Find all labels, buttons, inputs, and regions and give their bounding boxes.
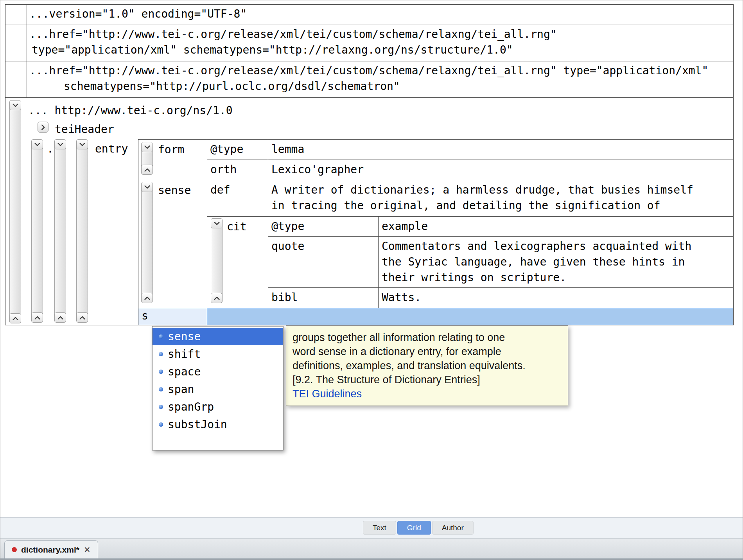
cit-collapse-bar[interactable] (211, 218, 223, 303)
text-mode-button[interactable]: Text (363, 521, 396, 535)
relaxng-pi-cell[interactable]: ...href="http://www.tei-c.org/release/xm… (27, 25, 733, 61)
sense-element-cell[interactable]: sense (138, 180, 207, 308)
element-autocomplete-popup: sense shift space span spanGrp substJoin (152, 326, 284, 451)
form-type-value-cell[interactable]: lemma (268, 139, 733, 160)
def-value-cell[interactable]: A writer of dictionaries; a harmless dru… (268, 180, 733, 216)
row-selection[interactable] (207, 308, 733, 325)
chevron-down-icon[interactable] (76, 139, 88, 149)
sense-collapse-bar[interactable] (141, 182, 153, 303)
autocomplete-item[interactable]: substJoin (153, 416, 283, 433)
bibl-key-cell[interactable]: bibl (268, 287, 378, 308)
form-type-attr-cell[interactable]: @type (207, 139, 268, 160)
form-collapse-bar[interactable] (141, 142, 153, 175)
tei-guidelines-link[interactable]: TEI Guidelines (293, 387, 562, 401)
row-gutter (5, 25, 27, 61)
autocomplete-item-label: substJoin (168, 416, 227, 433)
chevron-down-icon[interactable] (31, 139, 43, 149)
file-tab-dictionary-xml[interactable]: dictionary.xml* ✕ (4, 540, 98, 558)
status-strip (0, 558, 743, 560)
teiheader-label[interactable]: teiHeader (55, 123, 114, 136)
xml-editor-window: ...version="1.0" encoding="UTF-8" ...hre… (0, 0, 743, 560)
form-element-cell[interactable]: form (138, 139, 207, 180)
editor-mode-band: Text Grid Author (0, 517, 743, 538)
def-key-cell[interactable]: def (207, 180, 268, 216)
chevron-down-icon[interactable] (54, 139, 66, 149)
modified-indicator-icon (12, 547, 17, 552)
cit-element-cell[interactable]: cit (207, 216, 268, 308)
def-value-text: A writer of dictionaries; a harmless dru… (271, 182, 702, 216)
autocomplete-item-label: span (168, 381, 194, 398)
author-mode-button[interactable]: Author (432, 521, 474, 535)
relaxng-pi-line1: ...href="http://www.tei-c.org/release/xm… (29, 27, 730, 42)
tab-close-icon[interactable]: ✕ (84, 546, 91, 554)
body-collapse-bar[interactable] (54, 139, 66, 323)
relaxng-pi-line2: type="application/xml" schematypens="htt… (32, 42, 730, 58)
text-node-marker: . (47, 142, 54, 156)
chevron-down-icon[interactable] (211, 218, 223, 228)
tab-title: dictionary.xml* (21, 545, 79, 555)
autocomplete-item[interactable]: spanGrp (153, 398, 283, 416)
chevron-up-icon[interactable] (31, 312, 43, 323)
tooltip-line: word sense in a dictionary entry, for ex… (293, 345, 562, 359)
bibl-value-cell[interactable]: Watts. (378, 287, 733, 308)
chevron-up-icon[interactable] (9, 313, 21, 323)
element-bullet-icon (159, 352, 163, 356)
quote-value-text: Commentators and lexicographers acquaint… (382, 239, 714, 285)
autocomplete-list: sense shift space span spanGrp substJoin (153, 328, 283, 433)
element-bullet-icon (159, 405, 163, 409)
entry-label[interactable]: entry (95, 142, 128, 156)
grid-mode-button[interactable]: Grid (397, 521, 431, 535)
xml-declaration-text: ...version="1.0" encoding="UTF-8" (29, 6, 730, 22)
chevron-up-icon[interactable] (141, 165, 153, 175)
mode-switcher: Text Grid Author (363, 521, 474, 535)
orth-value-cell[interactable]: Lexico'grapher (268, 160, 733, 180)
chevron-down-icon[interactable] (141, 142, 153, 152)
element-doc-tooltip: groups together all information relating… (286, 325, 568, 406)
teiheader-expand-button[interactable] (38, 122, 48, 133)
schematron-pi-line2: schematypens="http://purl.oclc.org/dsdl/… (64, 79, 730, 94)
chevron-up-icon[interactable] (54, 312, 66, 323)
chevron-up-icon[interactable] (211, 293, 223, 303)
orth-key-cell[interactable]: orth (207, 160, 268, 180)
schematron-pi-line1: ...href="http://www.tei-c.org/release/xm… (29, 63, 730, 79)
element-bullet-icon (159, 387, 163, 391)
chevron-down-icon[interactable] (9, 100, 21, 110)
tei-namespace-row[interactable]: ... http://www.tei-c.org/ns/1.0 (28, 104, 233, 117)
cit-label[interactable]: cit (227, 219, 247, 235)
autocomplete-item-label: spanGrp (168, 398, 214, 416)
tooltip-line: [9.2. The Structure of Dictionary Entrie… (293, 373, 562, 387)
autocomplete-item[interactable]: shift (153, 345, 283, 363)
autocomplete-item-label: sense (168, 328, 201, 345)
autocomplete-item[interactable]: sense (153, 328, 283, 345)
sense-label[interactable]: sense (158, 183, 191, 198)
form-label[interactable]: form (158, 142, 184, 158)
tooltip-line: groups together all information relating… (293, 330, 562, 345)
grid-editor: ...version="1.0" encoding="UTF-8" ...hre… (5, 4, 734, 325)
tooltip-line: definitions, examples, and translation e… (293, 359, 562, 373)
quote-key-cell[interactable]: quote (268, 236, 378, 287)
chevron-down-icon[interactable] (141, 182, 153, 192)
element-bullet-icon (159, 422, 163, 427)
chevron-up-icon[interactable] (76, 312, 88, 323)
text-collapse-bar[interactable] (31, 139, 43, 323)
entry-collapse-bar[interactable] (76, 139, 88, 323)
schematron-pi-cell[interactable]: ...href="http://www.tei-c.org/release/xm… (27, 61, 733, 97)
quote-value-cell[interactable]: Commentators and lexicographers acquaint… (378, 236, 733, 287)
chevron-up-icon[interactable] (141, 293, 153, 303)
autocomplete-item[interactable]: space (153, 363, 283, 381)
row-gutter (5, 61, 27, 97)
row-gutter (5, 5, 27, 25)
autocomplete-item-label: shift (168, 345, 201, 363)
element-bullet-icon (159, 334, 163, 339)
pending-element-input[interactable]: s (138, 308, 207, 325)
tei-root-collapse-bar[interactable] (9, 100, 21, 323)
file-tab-bar: dictionary.xml* ✕ (0, 538, 743, 558)
element-bullet-icon (159, 370, 163, 374)
autocomplete-item-label: space (168, 363, 201, 381)
autocomplete-item[interactable]: span (153, 381, 283, 398)
cit-type-value-cell[interactable]: example (378, 216, 733, 236)
cit-type-attr-cell[interactable]: @type (268, 216, 378, 236)
schematron-pi-row: ...href="http://www.tei-c.org/release/xm… (5, 61, 733, 98)
xml-declaration-cell[interactable]: ...version="1.0" encoding="UTF-8" (27, 5, 733, 25)
xml-declaration-row: ...version="1.0" encoding="UTF-8" (5, 5, 733, 25)
